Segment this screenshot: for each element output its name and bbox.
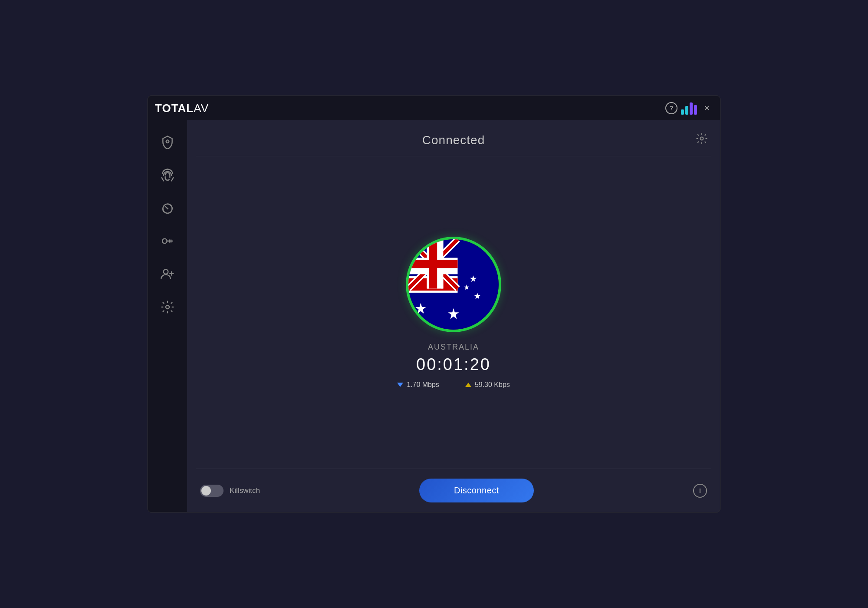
svg-point-5: [166, 305, 169, 309]
killswitch-label: Killswitch: [230, 486, 260, 495]
fingerprint-icon: [161, 168, 174, 182]
svg-point-3: [162, 239, 167, 244]
add-user-icon: [161, 267, 174, 281]
bottom-controls: Killswitch Disconnect i: [187, 469, 720, 512]
svg-point-4: [164, 269, 168, 274]
australia-flag-svg: [408, 239, 499, 330]
gear-icon: [696, 132, 708, 145]
svg-rect-22: [429, 239, 437, 288]
sidebar-item-passwords[interactable]: [155, 228, 181, 254]
logo-total: TOTAL: [155, 102, 194, 115]
killswitch-toggle[interactable]: [200, 485, 224, 497]
key-icon: [161, 234, 174, 248]
vpn-icon-button[interactable]: [681, 102, 697, 115]
logo-av: AV: [194, 102, 209, 115]
vpn-bars-icon: [681, 102, 697, 115]
upload-arrow-icon: [465, 383, 471, 387]
toggle-knob: [201, 486, 211, 496]
app-window: TOTAL AV ? ×: [148, 96, 720, 512]
vpn-bar-3: [690, 102, 693, 115]
info-button[interactable]: i: [693, 484, 707, 498]
country-name: AUSTRALIA: [428, 343, 479, 352]
vpn-bar-1: [681, 109, 684, 115]
flag-area: AUSTRALIA 00:01:20 1.70 Mbps 59.30 Kbps: [187, 156, 720, 469]
speedometer-icon: [161, 201, 174, 215]
title-bar: TOTAL AV ? ×: [148, 96, 720, 120]
disconnect-button[interactable]: Disconnect: [419, 479, 534, 502]
app-logo: TOTAL AV: [155, 102, 209, 115]
bottom-bar: Killswitch Disconnect i: [187, 469, 720, 512]
vpn-bar-4: [694, 105, 697, 115]
settings-sidebar-icon: [161, 300, 174, 314]
help-button[interactable]: ?: [665, 102, 677, 114]
svg-point-6: [700, 137, 704, 140]
close-button[interactable]: ×: [700, 101, 713, 116]
killswitch-area: Killswitch: [200, 485, 260, 497]
svg-point-0: [166, 140, 169, 143]
main-body: Connected: [148, 120, 720, 512]
country-info: AUSTRALIA 00:01:20 1.70 Mbps 59.30 Kbps: [397, 343, 510, 389]
content-area: Connected: [187, 120, 720, 512]
download-arrow-icon: [397, 383, 403, 387]
sidebar: [148, 120, 187, 512]
upload-speed-value: 59.30 Kbps: [475, 381, 510, 389]
connection-timer: 00:01:20: [416, 355, 491, 374]
sidebar-item-speed[interactable]: [155, 195, 181, 221]
sidebar-item-shield[interactable]: [155, 129, 181, 155]
content-header: Connected: [187, 120, 720, 156]
download-speed: 1.70 Mbps: [397, 381, 439, 389]
country-flag[interactable]: [406, 237, 501, 332]
title-bar-controls: ? ×: [665, 101, 713, 116]
connection-status: Connected: [422, 133, 485, 147]
shield-icon: [161, 135, 174, 149]
vpn-bar-2: [685, 106, 688, 115]
sidebar-item-scan[interactable]: [155, 162, 181, 188]
download-speed-value: 1.70 Mbps: [407, 381, 439, 389]
upload-speed: 59.30 Kbps: [465, 381, 510, 389]
sidebar-item-settings[interactable]: [155, 294, 181, 320]
svg-point-2: [167, 208, 168, 209]
sidebar-item-adduser[interactable]: [155, 261, 181, 287]
speed-info: 1.70 Mbps 59.30 Kbps: [397, 381, 510, 389]
vpn-settings-button[interactable]: [694, 131, 710, 146]
